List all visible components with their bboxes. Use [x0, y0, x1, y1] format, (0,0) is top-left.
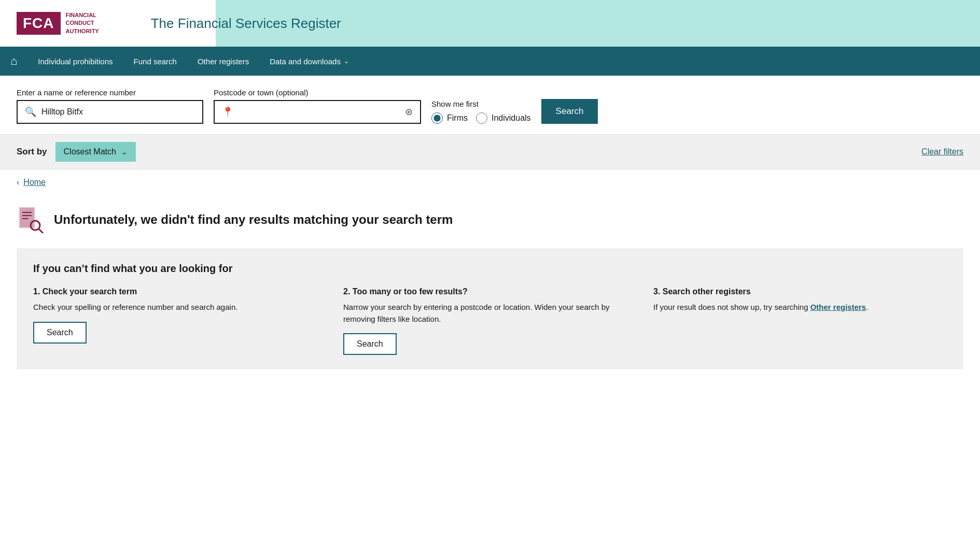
- help-col1-heading: 1. Check your search term: [33, 287, 327, 296]
- other-registers-link[interactable]: Other registers: [810, 303, 866, 311]
- postcode-input-wrap: 📍 ⊛: [214, 100, 421, 124]
- help-search-button-2[interactable]: Search: [343, 333, 397, 355]
- help-col3-heading: 3. Search other registers: [653, 287, 947, 296]
- gps-icon[interactable]: ⊛: [405, 106, 413, 118]
- individuals-radio[interactable]: [476, 112, 487, 124]
- breadcrumb: ‹ Home: [0, 169, 980, 195]
- fca-logo-box: FCA: [17, 12, 61, 35]
- search-section: Enter a name or reference number 🔍 Postc…: [0, 76, 980, 135]
- help-column-1: 1. Check your search term Check your spe…: [33, 287, 327, 355]
- data-downloads-chevron-icon: ⌄: [344, 58, 349, 65]
- individuals-label: Individuals: [492, 113, 531, 123]
- home-nav-icon[interactable]: ⌂: [10, 54, 17, 68]
- top-header: FCA FINANCIAL CONDUCT AUTHORITY The Fina…: [0, 0, 980, 47]
- sort-dropdown-button[interactable]: Closest Match ⌄: [55, 142, 136, 162]
- nav-item-individual-prohibitions[interactable]: Individual prohibitions: [27, 49, 123, 74]
- site-title: The Financial Services Register: [151, 16, 341, 32]
- help-search-button-1[interactable]: Search: [33, 322, 87, 344]
- no-results-icon: [17, 206, 45, 234]
- name-search-input[interactable]: [41, 107, 195, 117]
- postcode-input[interactable]: [239, 107, 400, 117]
- help-column-3: 3. Search other registers If your result…: [653, 287, 947, 355]
- firms-label: Firms: [447, 113, 468, 123]
- clear-filters-button[interactable]: Clear filters: [921, 147, 963, 156]
- search-button[interactable]: Search: [541, 99, 598, 124]
- help-col1-body: Check your spelling or reference number …: [33, 302, 327, 313]
- nav-item-other-registers[interactable]: Other registers: [187, 49, 259, 74]
- postcode-field-label: Postcode or town (optional): [214, 88, 421, 97]
- postcode-search-field: Postcode or town (optional) 📍 ⊛: [214, 88, 421, 124]
- firms-radio[interactable]: [431, 112, 443, 124]
- name-field-label: Enter a name or reference number: [17, 88, 203, 97]
- individuals-radio-option[interactable]: Individuals: [476, 112, 531, 124]
- sort-left: Sort by Closest Match ⌄: [17, 142, 136, 162]
- no-results-section: Unfortunately, we didn't find any result…: [0, 195, 980, 385]
- nav-item-data-downloads[interactable]: Data and downloads ⌄: [259, 49, 359, 74]
- search-icon: 🔍: [25, 106, 36, 118]
- help-col3-body-before: If your result does not show up, try sea…: [653, 303, 810, 311]
- show-first-label: Show me first: [431, 99, 531, 108]
- name-input-wrap: 🔍: [17, 100, 203, 124]
- help-col3-body-after: .: [866, 303, 868, 311]
- sort-option-label: Closest Match: [64, 147, 116, 156]
- breadcrumb-arrow-icon: ‹: [17, 178, 19, 187]
- help-col2-body: Narrow your search by entering a postcod…: [343, 302, 637, 325]
- svg-line-6: [39, 229, 43, 233]
- main-nav: ⌂ Individual prohibitions Fund search Ot…: [0, 47, 980, 76]
- sort-by-label: Sort by: [17, 147, 47, 157]
- breadcrumb-home-link[interactable]: Home: [23, 178, 46, 187]
- help-col3-body: If your result does not show up, try sea…: [653, 302, 947, 313]
- help-col2-heading: 2. Too many or too few results?: [343, 287, 637, 296]
- radio-group: Firms Individuals: [431, 112, 531, 124]
- fca-logo-text: FINANCIAL CONDUCT AUTHORITY: [66, 11, 99, 35]
- firms-radio-option[interactable]: Firms: [431, 112, 468, 124]
- help-box: If you can’t find what you are looking f…: [17, 248, 963, 369]
- svg-rect-1: [20, 208, 34, 227]
- help-column-2: 2. Too many or too few results? Narrow y…: [343, 287, 637, 355]
- no-results-text: Unfortunately, we didn't find any result…: [54, 212, 453, 227]
- show-first-section: Show me first Firms Individuals: [431, 99, 531, 124]
- name-search-field: Enter a name or reference number 🔍: [17, 88, 203, 124]
- fca-logo: FCA FINANCIAL CONDUCT AUTHORITY: [17, 11, 99, 35]
- sort-bar: Sort by Closest Match ⌄ Clear filters: [0, 135, 980, 169]
- no-results-heading: Unfortunately, we didn't find any result…: [17, 206, 963, 234]
- help-columns: 1. Check your search term Check your spe…: [33, 287, 947, 355]
- nav-item-fund-search[interactable]: Fund search: [123, 49, 187, 74]
- location-pin-icon: 📍: [222, 106, 233, 118]
- help-box-title: If you can’t find what you are looking f…: [33, 263, 947, 275]
- sort-chevron-icon: ⌄: [121, 148, 128, 156]
